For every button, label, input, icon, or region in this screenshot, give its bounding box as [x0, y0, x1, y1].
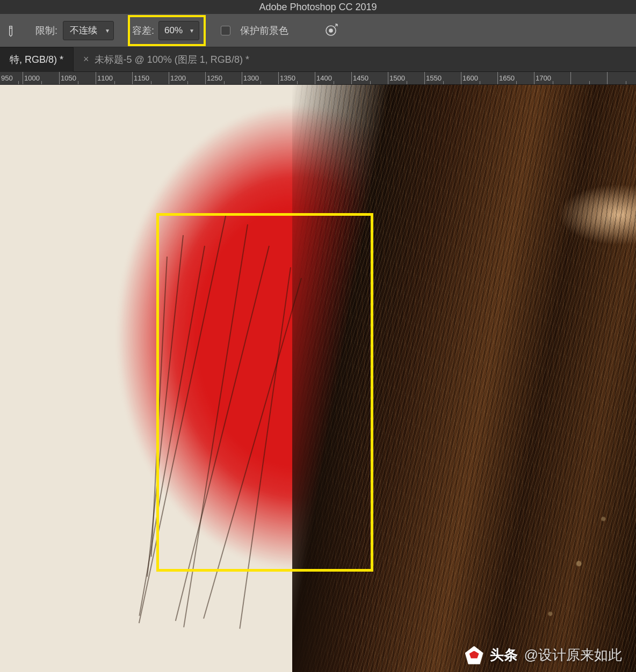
ruler-tick: 1000	[23, 72, 59, 84]
chevron-down-icon: ▾	[106, 27, 109, 34]
ruler-tick: 1600	[461, 72, 497, 84]
eyedropper-icon[interactable]	[2, 21, 20, 40]
ruler-tick: 950	[0, 72, 23, 84]
ruler-tick	[607, 72, 636, 84]
ruler-tick: 1150	[132, 72, 169, 84]
limit-label: 限制:	[35, 24, 57, 37]
ruler-tick: 1350	[278, 72, 315, 84]
tolerance-label: 容差:	[132, 24, 154, 37]
ruler-tick: 1300	[242, 72, 278, 84]
svg-point-1	[329, 29, 333, 32]
tolerance-input[interactable]: 60% ▾	[158, 21, 199, 40]
ruler-tick: 1200	[169, 72, 205, 84]
ruler-tick: 1550	[424, 72, 461, 84]
tolerance-value: 60%	[164, 25, 183, 36]
ruler-tick: 1650	[497, 72, 534, 84]
limit-dropdown[interactable]: 不连续 ▾	[63, 21, 114, 40]
limit-value: 不连续	[70, 24, 97, 36]
canvas[interactable]: 头条 @设计原来如此	[0, 85, 636, 672]
close-icon[interactable]: ×	[83, 54, 89, 65]
ruler-tick: 1400	[315, 72, 351, 84]
horizontal-ruler: 950 1000 1050 1100 1150 1200 1250 1300 1…	[0, 72, 636, 85]
tab-label: 未标题-5 @ 100% (图层 1, RGB/8) *	[95, 53, 249, 66]
document-tab-bar: 特, RGB/8) * × 未标题-5 @ 100% (图层 1, RGB/8)…	[0, 47, 636, 72]
watermark-light: @设计原来如此	[524, 646, 622, 664]
ruler-tick: 1700	[534, 72, 570, 84]
toutiao-logo-icon	[465, 646, 483, 664]
tool-options-bar: 限制: 不连续 ▾ 容差: 60% ▾ 保护前景色	[0, 14, 636, 47]
tab-label: 特, RGB/8) *	[10, 53, 63, 66]
watermark: 头条 @设计原来如此	[465, 646, 622, 664]
ruler-tick: 1100	[96, 72, 132, 84]
ruler-tick: 1450	[351, 72, 388, 84]
target-colors-icon[interactable]	[324, 24, 338, 38]
ruler-tick: 1050	[59, 72, 96, 84]
annotation-highlight-box	[156, 213, 373, 572]
ruler-tick: 1250	[205, 72, 242, 84]
ruler-tick: 1500	[388, 72, 424, 84]
document-tab[interactable]: 特, RGB/8) *	[0, 47, 74, 72]
ruler-tick	[570, 72, 607, 84]
protect-foreground-label: 保护前景色	[240, 24, 288, 37]
watermark-strong: 头条	[490, 646, 518, 664]
app-title: Adobe Photoshop CC 2019	[0, 0, 636, 14]
chevron-down-icon: ▾	[190, 27, 193, 34]
tolerance-highlight: 容差: 60% ▾	[128, 15, 206, 46]
protect-foreground-checkbox[interactable]	[221, 26, 230, 35]
document-tab[interactable]: × 未标题-5 @ 100% (图层 1, RGB/8) *	[74, 47, 259, 72]
